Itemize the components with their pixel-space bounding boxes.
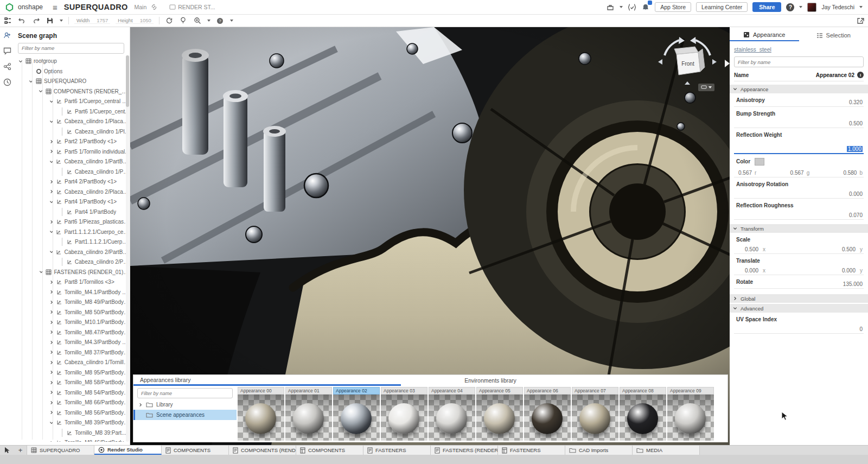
document-tab-fasteners[interactable]: FASTENERS: [498, 446, 565, 455]
undo-icon[interactable]: [17, 16, 26, 26]
help-caret-icon[interactable]: [799, 6, 802, 8]
chevron-down-icon[interactable]: [18, 59, 23, 63]
lighting-bulb-icon[interactable]: [179, 16, 188, 26]
main-menu-icon[interactable]: ≡: [53, 3, 58, 12]
color-g-value[interactable]: 0.567: [790, 170, 804, 176]
history-clock-icon[interactable]: [3, 78, 11, 86]
chevron-right-icon[interactable]: [49, 180, 54, 184]
document-tab-superquadro[interactable]: SUPERQUADRO: [27, 446, 94, 455]
tab-appearances-library[interactable]: Appearances library: [133, 375, 401, 386]
section-global[interactable]: Global: [730, 294, 868, 303]
document-version[interactable]: Main: [135, 4, 147, 10]
appearance-card[interactable]: Appearance 05: [476, 387, 523, 441]
chevron-right-icon[interactable]: [49, 220, 54, 224]
view-options-icon[interactable]: [698, 84, 714, 91]
translate-y-value[interactable]: 0.000: [842, 268, 856, 274]
anisotropy-rotation-value[interactable]: 0.000: [849, 191, 863, 197]
follow-mode-icon[interactable]: [3, 31, 11, 40]
chevron-down-icon[interactable]: [49, 119, 54, 124]
library-filter-input[interactable]: [137, 388, 233, 398]
view-cube[interactable]: Front: [655, 34, 720, 88]
comments-icon[interactable]: [3, 47, 11, 55]
chevron-right-icon[interactable]: [138, 403, 143, 407]
help-icon[interactable]: ?: [786, 3, 794, 11]
appearance-name-value[interactable]: Appearance 02: [816, 72, 854, 78]
rotate-value[interactable]: 135.000: [843, 281, 863, 287]
field-color[interactable]: Color: [734, 154, 864, 168]
document-tab-media[interactable]: MEDIA: [633, 446, 700, 455]
section-advanced[interactable]: Advanced: [730, 304, 868, 313]
color-r-value[interactable]: 0.567: [738, 170, 752, 176]
document-tab-render-studio[interactable]: Render Studio: [94, 446, 162, 455]
chevron-down-icon[interactable]: [49, 250, 54, 254]
render-width-value[interactable]: 1757: [94, 17, 108, 23]
document-tab-components[interactable]: COMPONENTS: [296, 446, 363, 455]
library-tree-item[interactable]: Scene appearances: [133, 410, 237, 420]
app-store-button[interactable]: App Store: [655, 2, 691, 12]
render-height-field[interactable]: Height1050: [116, 17, 153, 24]
chevron-down-icon[interactable]: [39, 270, 43, 274]
chevron-right-icon[interactable]: [49, 350, 54, 354]
field-uv-space-index[interactable]: UV Space Index: [734, 313, 864, 325]
document-tab-components-rende-[interactable]: COMPONENTS (RENDE...: [229, 446, 296, 455]
save-caret-icon[interactable]: [60, 20, 63, 22]
document-tab-render-studio[interactable]: RENDER ST...: [169, 4, 215, 10]
appearance-card[interactable]: Appearance 00: [238, 387, 284, 441]
tab-selection[interactable]: Selection: [799, 29, 868, 41]
export-panel-icon[interactable]: [856, 16, 865, 26]
user-menu-caret-icon[interactable]: [859, 6, 863, 8]
library-tree-item[interactable]: Library: [133, 399, 237, 410]
render-help-icon[interactable]: ?: [216, 16, 225, 26]
chevron-down-icon[interactable]: [49, 99, 54, 104]
scene-graph-scrollbar-thumb[interactable]: [126, 55, 129, 107]
scale-y-value[interactable]: 0.500: [842, 246, 856, 252]
document-tab-components[interactable]: COMPONENTS: [162, 446, 229, 455]
scene-graph-scrollbar[interactable]: [126, 55, 129, 442]
chevron-right-icon[interactable]: [49, 370, 54, 374]
appearance-card[interactable]: Appearance 02: [333, 387, 380, 441]
render-width-field[interactable]: Width1757: [74, 17, 110, 24]
scene-graph-filter-input[interactable]: [18, 43, 124, 54]
chevron-right-icon[interactable]: [49, 139, 54, 144]
save-icon[interactable]: [46, 16, 54, 26]
tools-caret-icon[interactable]: [620, 6, 623, 8]
appearance-card[interactable]: Appearance 03: [381, 387, 427, 441]
appearance-card[interactable]: Appearance 01: [285, 387, 332, 441]
anisotropy-value[interactable]: 0.320: [849, 99, 863, 105]
chevron-right-icon[interactable]: [49, 380, 54, 385]
appearance-card[interactable]: Appearance 07: [572, 387, 618, 441]
chevron-right-icon[interactable]: [49, 149, 54, 154]
section-appearance[interactable]: Appearance: [730, 85, 868, 93]
chevron-right-icon[interactable]: [49, 330, 54, 334]
uv-space-index-value[interactable]: 0: [859, 326, 863, 332]
field-reflection-weight[interactable]: Reflection Weight: [734, 128, 864, 140]
chevron-right-icon[interactable]: [49, 340, 54, 345]
zoom-tool-icon[interactable]: [193, 16, 202, 26]
document-tab-cad-imports[interactable]: CAD Imports: [565, 446, 633, 455]
redo-icon[interactable]: [31, 16, 40, 26]
chevron-right-icon[interactable]: [49, 360, 54, 365]
collapse-right-panel-icon[interactable]: [725, 60, 730, 67]
chevron-right-icon[interactable]: [49, 401, 54, 405]
onshape-logo-icon[interactable]: [5, 3, 14, 11]
appearance-card[interactable]: Appearance 04: [429, 387, 475, 441]
pointer-icon[interactable]: [0, 446, 14, 455]
chevron-right-icon[interactable]: [49, 390, 54, 395]
learning-center-button[interactable]: Learning Center: [696, 2, 748, 12]
appearance-card[interactable]: Appearance 09: [667, 387, 714, 441]
notifications-bell-icon[interactable]: [641, 2, 650, 12]
translate-x-value[interactable]: 0.000: [745, 268, 758, 274]
tools-icon[interactable]: [606, 2, 615, 12]
chevron-right-icon[interactable]: [49, 280, 54, 284]
document-tab-fasteners-render-[interactable]: FASTENERS (RENDER_...: [431, 446, 498, 455]
chevron-right-icon[interactable]: [49, 300, 54, 304]
color-b-value[interactable]: 0.580: [843, 170, 857, 176]
field-bump-strength[interactable]: Bump Strength: [734, 107, 864, 119]
tab-environments-library[interactable]: Environments library: [401, 375, 580, 386]
chevron-right-icon[interactable]: [49, 410, 54, 415]
tab-appearance[interactable]: Appearance: [730, 29, 799, 41]
zoom-caret-icon[interactable]: [207, 20, 210, 22]
scale-x-value[interactable]: 0.500: [745, 246, 758, 252]
chevron-right-icon[interactable]: [49, 290, 54, 294]
chevron-right-icon[interactable]: [49, 441, 54, 442]
